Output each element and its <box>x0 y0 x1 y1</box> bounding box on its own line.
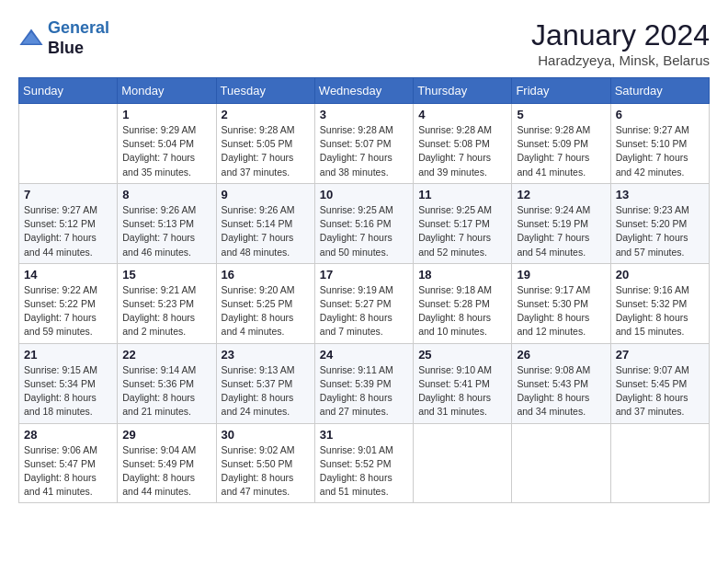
day-info: Sunrise: 9:25 AMSunset: 5:17 PMDaylight:… <box>418 203 506 259</box>
day-number: 19 <box>517 268 605 282</box>
day-info: Sunrise: 9:29 AMSunset: 5:04 PMDaylight:… <box>122 123 210 179</box>
week-row: 1Sunrise: 9:29 AMSunset: 5:04 PMDaylight… <box>19 104 710 184</box>
page-header: General Blue January 2024 Haradzyeya, Mi… <box>18 18 710 68</box>
calendar-cell: 24Sunrise: 9:11 AMSunset: 5:39 PMDayligh… <box>314 343 413 423</box>
week-row: 28Sunrise: 9:06 AMSunset: 5:47 PMDayligh… <box>19 423 710 503</box>
day-number: 26 <box>517 348 605 362</box>
day-info: Sunrise: 9:17 AMSunset: 5:30 PMDaylight:… <box>517 283 605 339</box>
calendar-cell: 16Sunrise: 9:20 AMSunset: 5:25 PMDayligh… <box>216 263 314 343</box>
calendar-cell: 29Sunrise: 9:04 AMSunset: 5:49 PMDayligh… <box>118 423 216 503</box>
day-info: Sunrise: 9:26 AMSunset: 5:14 PMDaylight:… <box>222 203 310 259</box>
day-number: 29 <box>122 428 210 442</box>
week-row: 21Sunrise: 9:15 AMSunset: 5:34 PMDayligh… <box>19 343 710 423</box>
calendar-cell: 1Sunrise: 9:29 AMSunset: 5:04 PMDaylight… <box>118 104 216 184</box>
calendar-cell: 8Sunrise: 9:26 AMSunset: 5:13 PMDaylight… <box>118 183 216 263</box>
calendar-cell: 23Sunrise: 9:13 AMSunset: 5:37 PMDayligh… <box>216 343 314 423</box>
day-info: Sunrise: 9:20 AMSunset: 5:25 PMDaylight:… <box>222 283 310 339</box>
calendar-cell: 12Sunrise: 9:24 AMSunset: 5:19 PMDayligh… <box>512 183 610 263</box>
calendar-cell <box>610 423 709 503</box>
day-number: 4 <box>418 108 506 121</box>
day-info: Sunrise: 9:26 AMSunset: 5:13 PMDaylight:… <box>122 203 210 259</box>
calendar-cell: 18Sunrise: 9:18 AMSunset: 5:28 PMDayligh… <box>414 263 512 343</box>
logo: General Blue <box>18 18 109 58</box>
days-header-row: SundayMondayTuesdayWednesdayThursdayFrid… <box>19 78 710 104</box>
day-number: 28 <box>24 428 112 442</box>
day-number: 22 <box>122 348 210 362</box>
day-info: Sunrise: 9:14 AMSunset: 5:36 PMDaylight:… <box>122 363 210 419</box>
calendar-cell: 31Sunrise: 9:01 AMSunset: 5:52 PMDayligh… <box>314 423 413 503</box>
day-number: 8 <box>122 188 210 201</box>
day-number: 27 <box>616 348 704 362</box>
day-info: Sunrise: 9:15 AMSunset: 5:34 PMDaylight:… <box>24 363 112 419</box>
day-info: Sunrise: 9:11 AMSunset: 5:39 PMDaylight:… <box>320 363 408 419</box>
day-number: 12 <box>517 188 605 201</box>
day-number: 7 <box>24 188 112 201</box>
calendar-table: SundayMondayTuesdayWednesdayThursdayFrid… <box>18 77 710 503</box>
day-number: 5 <box>517 108 605 121</box>
day-number: 16 <box>222 268 310 282</box>
day-info: Sunrise: 9:24 AMSunset: 5:19 PMDaylight:… <box>517 203 605 259</box>
day-info: Sunrise: 9:28 AMSunset: 5:08 PMDaylight:… <box>418 123 506 179</box>
day-info: Sunrise: 9:07 AMSunset: 5:45 PMDaylight:… <box>616 363 704 419</box>
day-info: Sunrise: 9:04 AMSunset: 5:49 PMDaylight:… <box>122 443 210 500</box>
day-info: Sunrise: 9:08 AMSunset: 5:43 PMDaylight:… <box>517 363 605 419</box>
calendar-cell: 2Sunrise: 9:28 AMSunset: 5:05 PMDaylight… <box>216 104 314 184</box>
calendar-cell: 5Sunrise: 9:28 AMSunset: 5:09 PMDaylight… <box>512 104 610 184</box>
day-number: 24 <box>320 348 408 362</box>
day-number: 31 <box>320 428 408 442</box>
day-header-wednesday: Wednesday <box>314 78 413 104</box>
day-number: 21 <box>24 348 112 362</box>
calendar-cell: 3Sunrise: 9:28 AMSunset: 5:07 PMDaylight… <box>314 104 413 184</box>
calendar-cell <box>414 423 512 503</box>
day-header-tuesday: Tuesday <box>216 78 314 104</box>
day-info: Sunrise: 9:28 AMSunset: 5:09 PMDaylight:… <box>517 123 605 179</box>
day-number: 9 <box>222 188 310 201</box>
day-number: 6 <box>616 108 704 121</box>
calendar-cell: 7Sunrise: 9:27 AMSunset: 5:12 PMDaylight… <box>19 183 118 263</box>
day-number: 14 <box>24 268 112 282</box>
calendar-cell: 17Sunrise: 9:19 AMSunset: 5:27 PMDayligh… <box>314 263 413 343</box>
day-number: 30 <box>222 428 310 442</box>
day-number: 15 <box>122 268 210 282</box>
calendar-cell: 19Sunrise: 9:17 AMSunset: 5:30 PMDayligh… <box>512 263 610 343</box>
logo-line1: General <box>48 18 109 37</box>
calendar-cell: 22Sunrise: 9:14 AMSunset: 5:36 PMDayligh… <box>118 343 216 423</box>
day-info: Sunrise: 9:28 AMSunset: 5:05 PMDaylight:… <box>222 123 310 179</box>
day-number: 10 <box>320 188 408 201</box>
day-number: 17 <box>320 268 408 282</box>
day-info: Sunrise: 9:18 AMSunset: 5:28 PMDaylight:… <box>418 283 506 339</box>
calendar-cell: 30Sunrise: 9:02 AMSunset: 5:50 PMDayligh… <box>216 423 314 503</box>
calendar-cell: 20Sunrise: 9:16 AMSunset: 5:32 PMDayligh… <box>610 263 709 343</box>
day-number: 25 <box>418 348 506 362</box>
day-info: Sunrise: 9:19 AMSunset: 5:27 PMDaylight:… <box>320 283 408 339</box>
day-number: 18 <box>418 268 506 282</box>
day-number: 1 <box>122 108 210 121</box>
day-info: Sunrise: 9:10 AMSunset: 5:41 PMDaylight:… <box>418 363 506 419</box>
day-number: 13 <box>616 188 704 201</box>
calendar-cell: 11Sunrise: 9:25 AMSunset: 5:17 PMDayligh… <box>414 183 512 263</box>
calendar-cell: 14Sunrise: 9:22 AMSunset: 5:22 PMDayligh… <box>19 263 118 343</box>
logo-text: General Blue <box>48 18 109 58</box>
calendar-cell: 6Sunrise: 9:27 AMSunset: 5:10 PMDaylight… <box>610 104 709 184</box>
calendar-cell: 25Sunrise: 9:10 AMSunset: 5:41 PMDayligh… <box>414 343 512 423</box>
calendar-cell: 21Sunrise: 9:15 AMSunset: 5:34 PMDayligh… <box>19 343 118 423</box>
day-info: Sunrise: 9:28 AMSunset: 5:07 PMDaylight:… <box>320 123 408 179</box>
week-row: 14Sunrise: 9:22 AMSunset: 5:22 PMDayligh… <box>19 263 710 343</box>
day-info: Sunrise: 9:22 AMSunset: 5:22 PMDaylight:… <box>24 283 112 339</box>
day-info: Sunrise: 9:25 AMSunset: 5:16 PMDaylight:… <box>320 203 408 259</box>
location-subtitle: Haradzyeya, Minsk, Belarus <box>531 52 710 68</box>
month-title: January 2024 <box>531 18 710 52</box>
calendar-cell: 28Sunrise: 9:06 AMSunset: 5:47 PMDayligh… <box>19 423 118 503</box>
day-header-monday: Monday <box>118 78 216 104</box>
day-info: Sunrise: 9:02 AMSunset: 5:50 PMDaylight:… <box>222 443 310 500</box>
day-info: Sunrise: 9:01 AMSunset: 5:52 PMDaylight:… <box>320 443 408 500</box>
day-header-saturday: Saturday <box>610 78 709 104</box>
day-number: 20 <box>616 268 704 282</box>
day-number: 3 <box>320 108 408 121</box>
day-header-friday: Friday <box>512 78 610 104</box>
day-info: Sunrise: 9:27 AMSunset: 5:10 PMDaylight:… <box>616 123 704 179</box>
calendar-cell: 13Sunrise: 9:23 AMSunset: 5:20 PMDayligh… <box>610 183 709 263</box>
day-header-sunday: Sunday <box>19 78 118 104</box>
logo-line2: Blue <box>48 39 109 59</box>
logo-icon <box>18 26 44 52</box>
